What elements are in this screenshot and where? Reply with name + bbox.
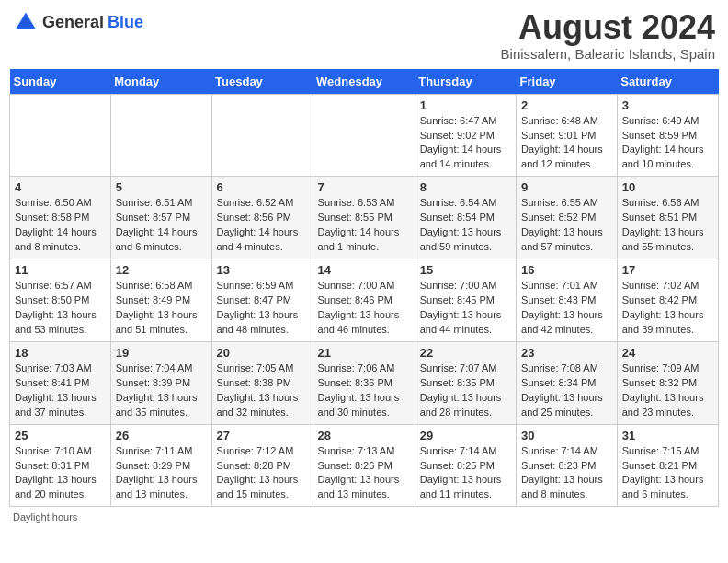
week-row-2: 11Sunrise: 6:57 AM Sunset: 8:50 PM Dayli… — [10, 259, 719, 342]
day-number: 14 — [318, 263, 410, 277]
day-number: 22 — [420, 346, 511, 360]
day-info: Sunrise: 7:04 AM Sunset: 8:39 PM Dayligh… — [116, 362, 207, 420]
day-number: 11 — [15, 263, 106, 277]
col-friday: Friday — [517, 69, 618, 95]
logo: GeneralBlue — [13, 9, 143, 35]
col-monday: Monday — [110, 69, 211, 95]
day-cell: 27Sunrise: 7:12 AM Sunset: 8:28 PM Dayli… — [211, 424, 313, 507]
day-info: Sunrise: 7:13 AM Sunset: 8:26 PM Dayligh… — [318, 444, 410, 503]
logo-general: General — [42, 13, 104, 32]
day-info: Sunrise: 6:52 AM Sunset: 8:56 PM Dayligh… — [217, 196, 308, 255]
day-info: Sunrise: 7:06 AM Sunset: 8:36 PM Dayligh… — [318, 362, 410, 420]
day-info: Sunrise: 7:00 AM Sunset: 8:46 PM Dayligh… — [318, 279, 410, 338]
day-number: 16 — [521, 263, 612, 277]
day-number: 3 — [622, 98, 713, 112]
day-number: 2 — [521, 98, 612, 112]
day-number: 29 — [420, 429, 511, 442]
day-cell: 18Sunrise: 7:03 AM Sunset: 8:41 PM Dayli… — [10, 341, 111, 424]
day-info: Sunrise: 7:03 AM Sunset: 8:41 PM Dayligh… — [15, 362, 106, 420]
day-cell: 15Sunrise: 7:00 AM Sunset: 8:45 PM Dayli… — [415, 259, 516, 342]
day-number: 9 — [521, 180, 612, 194]
day-cell: 29Sunrise: 7:14 AM Sunset: 8:25 PM Dayli… — [415, 424, 516, 507]
day-info: Sunrise: 6:57 AM Sunset: 8:50 PM Dayligh… — [15, 279, 106, 338]
col-wednesday: Wednesday — [313, 69, 415, 95]
day-info: Sunrise: 6:50 AM Sunset: 8:58 PM Dayligh… — [15, 196, 106, 255]
day-number: 24 — [622, 346, 713, 360]
day-number: 6 — [217, 180, 308, 194]
day-info: Sunrise: 6:49 AM Sunset: 8:59 PM Dayligh… — [622, 114, 713, 173]
day-cell — [313, 94, 415, 177]
day-cell: 4Sunrise: 6:50 AM Sunset: 8:58 PM Daylig… — [10, 177, 111, 259]
day-cell: 13Sunrise: 6:59 AM Sunset: 8:47 PM Dayli… — [211, 259, 313, 342]
calendar-table: Sunday Monday Tuesday Wednesday Thursday… — [9, 69, 719, 508]
title-area: August 2024 Binissalem, Balearic Islands… — [501, 9, 715, 62]
day-number: 28 — [318, 429, 410, 442]
day-cell — [211, 94, 313, 177]
day-info: Sunrise: 7:09 AM Sunset: 8:32 PM Dayligh… — [622, 362, 713, 420]
day-info: Sunrise: 7:14 AM Sunset: 8:25 PM Dayligh… — [420, 444, 511, 503]
footnote: Daylight hours — [9, 511, 719, 523]
day-cell: 16Sunrise: 7:01 AM Sunset: 8:43 PM Dayli… — [517, 259, 618, 342]
day-info: Sunrise: 7:12 AM Sunset: 8:28 PM Dayligh… — [217, 444, 308, 503]
day-cell: 12Sunrise: 6:58 AM Sunset: 8:49 PM Dayli… — [110, 259, 211, 342]
day-cell: 3Sunrise: 6:49 AM Sunset: 8:59 PM Daylig… — [617, 94, 718, 177]
day-cell: 5Sunrise: 6:51 AM Sunset: 8:57 PM Daylig… — [110, 177, 211, 259]
day-info: Sunrise: 6:47 AM Sunset: 9:02 PM Dayligh… — [420, 114, 511, 173]
day-number: 4 — [15, 180, 106, 194]
day-number: 12 — [116, 263, 207, 277]
day-info: Sunrise: 7:07 AM Sunset: 8:35 PM Dayligh… — [420, 362, 511, 420]
logo-icon — [13, 9, 39, 35]
day-info: Sunrise: 6:59 AM Sunset: 8:47 PM Dayligh… — [217, 279, 308, 338]
col-sunday: Sunday — [10, 69, 111, 95]
day-cell — [10, 94, 111, 177]
day-info: Sunrise: 6:54 AM Sunset: 8:54 PM Dayligh… — [420, 196, 511, 255]
day-number: 5 — [116, 180, 207, 194]
day-cell: 14Sunrise: 7:00 AM Sunset: 8:46 PM Dayli… — [313, 259, 415, 342]
day-number: 18 — [15, 346, 106, 360]
day-cell — [110, 94, 211, 177]
day-info: Sunrise: 6:48 AM Sunset: 9:01 PM Dayligh… — [521, 114, 612, 173]
day-cell: 11Sunrise: 6:57 AM Sunset: 8:50 PM Dayli… — [10, 259, 111, 342]
day-info: Sunrise: 7:00 AM Sunset: 8:45 PM Dayligh… — [420, 279, 511, 338]
svg-marker-1 — [17, 16, 34, 27]
week-row-4: 25Sunrise: 7:10 AM Sunset: 8:31 PM Dayli… — [10, 424, 719, 507]
header: GeneralBlue August 2024 Binissalem, Bale… — [9, 9, 719, 62]
day-info: Sunrise: 7:15 AM Sunset: 8:21 PM Dayligh… — [622, 444, 713, 503]
day-cell: 23Sunrise: 7:08 AM Sunset: 8:34 PM Dayli… — [517, 341, 618, 424]
day-cell: 19Sunrise: 7:04 AM Sunset: 8:39 PM Dayli… — [110, 341, 211, 424]
day-number: 30 — [521, 429, 612, 442]
day-cell: 6Sunrise: 6:52 AM Sunset: 8:56 PM Daylig… — [211, 177, 313, 259]
day-info: Sunrise: 6:58 AM Sunset: 8:49 PM Dayligh… — [116, 279, 207, 338]
day-number: 23 — [521, 346, 612, 360]
day-info: Sunrise: 7:08 AM Sunset: 8:34 PM Dayligh… — [521, 362, 612, 420]
col-tuesday: Tuesday — [211, 69, 313, 95]
day-number: 8 — [420, 180, 511, 194]
sub-title: Binissalem, Balearic Islands, Spain — [501, 46, 715, 62]
day-info: Sunrise: 6:51 AM Sunset: 8:57 PM Dayligh… — [116, 196, 207, 255]
day-info: Sunrise: 7:11 AM Sunset: 8:29 PM Dayligh… — [116, 444, 207, 503]
day-cell: 24Sunrise: 7:09 AM Sunset: 8:32 PM Dayli… — [617, 341, 718, 424]
main-title: August 2024 — [501, 9, 715, 46]
day-cell: 21Sunrise: 7:06 AM Sunset: 8:36 PM Dayli… — [313, 341, 415, 424]
col-thursday: Thursday — [415, 69, 516, 95]
day-info: Sunrise: 6:56 AM Sunset: 8:51 PM Dayligh… — [622, 196, 713, 255]
day-cell: 1Sunrise: 6:47 AM Sunset: 9:02 PM Daylig… — [415, 94, 516, 177]
day-cell: 8Sunrise: 6:54 AM Sunset: 8:54 PM Daylig… — [415, 177, 516, 259]
day-cell: 2Sunrise: 6:48 AM Sunset: 9:01 PM Daylig… — [517, 94, 618, 177]
day-cell: 20Sunrise: 7:05 AM Sunset: 8:38 PM Dayli… — [211, 341, 313, 424]
day-info: Sunrise: 6:53 AM Sunset: 8:55 PM Dayligh… — [318, 196, 410, 255]
logo-blue: Blue — [108, 13, 143, 32]
day-cell: 10Sunrise: 6:56 AM Sunset: 8:51 PM Dayli… — [617, 177, 718, 259]
day-number: 19 — [116, 346, 207, 360]
header-row: Sunday Monday Tuesday Wednesday Thursday… — [10, 69, 719, 95]
day-cell: 7Sunrise: 6:53 AM Sunset: 8:55 PM Daylig… — [313, 177, 415, 259]
day-cell: 17Sunrise: 7:02 AM Sunset: 8:42 PM Dayli… — [617, 259, 718, 342]
day-cell: 31Sunrise: 7:15 AM Sunset: 8:21 PM Dayli… — [617, 424, 718, 507]
day-number: 27 — [217, 429, 308, 442]
col-saturday: Saturday — [617, 69, 718, 95]
day-info: Sunrise: 7:14 AM Sunset: 8:23 PM Dayligh… — [521, 444, 612, 503]
day-cell: 25Sunrise: 7:10 AM Sunset: 8:31 PM Dayli… — [10, 424, 111, 507]
day-number: 15 — [420, 263, 511, 277]
day-number: 20 — [217, 346, 308, 360]
day-number: 31 — [622, 429, 713, 442]
